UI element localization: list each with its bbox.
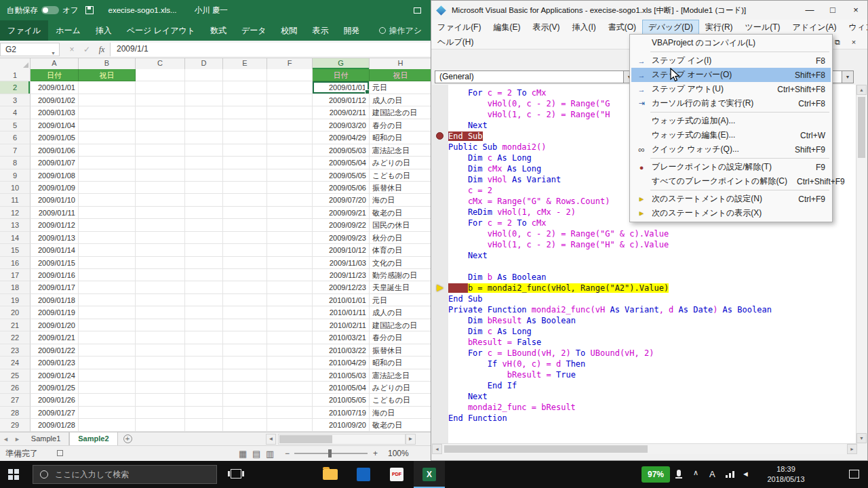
cell-E24[interactable]	[223, 357, 267, 369]
cell-E1[interactable]	[223, 69, 267, 81]
tray-chevron-icon[interactable]: ∧	[693, 468, 698, 477]
cell-A13[interactable]: 2009/01/12	[31, 219, 79, 231]
formula-input[interactable]: 2009/1/1	[110, 43, 431, 56]
cell-H3[interactable]: 成人の日	[370, 94, 431, 106]
cell-H12[interactable]: 敬老の日	[370, 207, 431, 219]
cell-H27[interactable]: こどもの日	[370, 394, 431, 406]
cell-H16[interactable]: 文化の日	[370, 257, 431, 269]
cell-F18[interactable]	[267, 281, 313, 293]
cell-H22[interactable]: 春分の日	[370, 331, 431, 344]
ribbon-tab-表示[interactable]: 表示	[305, 20, 336, 41]
cell-C21[interactable]	[136, 319, 185, 331]
cell-E19[interactable]	[223, 294, 267, 306]
cell-C3[interactable]	[136, 94, 185, 106]
cell-G16[interactable]: 2009/11/03	[313, 257, 370, 269]
cell-B29[interactable]	[79, 419, 136, 431]
row-header-14[interactable]: 14	[0, 232, 31, 244]
menu-item-show-next-statement[interactable]: ►次のステートメントの表示(X)	[631, 206, 831, 220]
network-icon[interactable]	[726, 471, 734, 478]
cell-D18[interactable]	[185, 281, 223, 293]
cell-G9[interactable]: 2009/05/05	[313, 169, 370, 182]
vscroll-thumb[interactable]	[858, 97, 865, 158]
cell-B4[interactable]	[79, 106, 136, 119]
cell-A16[interactable]: 2009/01/15	[31, 257, 79, 269]
cell-B25[interactable]	[79, 369, 136, 382]
cell-C28[interactable]	[136, 407, 185, 419]
cell-A24[interactable]: 2009/01/23	[31, 357, 79, 369]
row-header-3[interactable]: 3	[0, 94, 31, 106]
cell-C9[interactable]	[136, 169, 185, 182]
hscroll-thumb[interactable]	[444, 445, 648, 453]
horizontal-scrollbar-vba[interactable]: ◄ ►	[432, 443, 857, 454]
sheet-tab-Sample1[interactable]: Sample1	[23, 432, 69, 446]
vscroll-down-icon[interactable]: ▼	[856, 433, 867, 443]
cell-A29[interactable]: 2009/01/28	[31, 419, 79, 431]
hscroll-right-icon[interactable]: ►	[406, 434, 416, 445]
cell-B28[interactable]	[79, 407, 136, 419]
ribbon-tab-ファイル[interactable]: ファイル	[0, 20, 48, 41]
cell-E2[interactable]	[223, 81, 267, 94]
cell-C5[interactable]	[136, 119, 185, 131]
hscroll-left-icon[interactable]: ◄	[266, 434, 276, 445]
sheet-tab-Sample2[interactable]: Sample2	[69, 432, 117, 446]
row-header-7[interactable]: 7	[0, 144, 31, 157]
cell-D17[interactable]	[185, 269, 223, 281]
row-header-29[interactable]: 29	[0, 419, 31, 431]
cell-E25[interactable]	[223, 369, 267, 382]
cell-A9[interactable]: 2009/01/08	[31, 169, 79, 182]
row-header-9[interactable]: 9	[0, 169, 31, 182]
cell-E7[interactable]	[223, 144, 267, 157]
cell-G11[interactable]: 2009/07/20	[313, 194, 370, 206]
zoom-level[interactable]: 100%	[388, 446, 409, 461]
zoom-slider-thumb[interactable]	[328, 449, 332, 458]
cell-C13[interactable]	[136, 219, 185, 231]
ribbon-tab-挿入[interactable]: 挿入	[88, 20, 119, 41]
insert-function-button[interactable]: fx	[95, 43, 108, 56]
cell-G3[interactable]: 2009/01/12	[313, 94, 370, 106]
cell-F29[interactable]	[267, 419, 313, 431]
cell-B20[interactable]	[79, 306, 136, 319]
cell-H11[interactable]: 海の日	[370, 194, 431, 206]
sheet-nav-left-icon[interactable]: ◄	[0, 436, 12, 443]
cell-G10[interactable]: 2009/05/06	[313, 182, 370, 194]
cell-H1[interactable]: 祝日	[370, 69, 431, 81]
menu-item-quick-watch[interactable]: ∞クイック ウォッチ(Q)...Shift+F9	[631, 142, 831, 157]
cell-B7[interactable]	[79, 144, 136, 157]
select-all-corner[interactable]	[0, 58, 31, 69]
cell-F6[interactable]	[267, 131, 313, 144]
column-header-F[interactable]: F	[267, 58, 313, 69]
row-header-28[interactable]: 28	[0, 407, 31, 419]
cell-H26[interactable]: みどりの日	[370, 382, 431, 394]
menu-item-step-out[interactable]: →ステップ アウト(U)Ctrl+Shift+F8	[631, 82, 831, 96]
cell-H7[interactable]: 憲法記念日	[370, 144, 431, 157]
menu-item-set-next-statement[interactable]: ►次のステートメントの設定(N)Ctrl+F9	[631, 192, 831, 206]
zoom-out-button[interactable]: −	[285, 446, 290, 461]
cell-G23[interactable]: 2010/03/22	[313, 344, 370, 357]
cell-B16[interactable]	[79, 257, 136, 269]
cell-C16[interactable]	[136, 257, 185, 269]
taskbar-app-excel[interactable]: X	[414, 461, 445, 488]
cell-D13[interactable]	[185, 219, 223, 231]
cell-H20[interactable]: 成人の日	[370, 306, 431, 319]
cell-G18[interactable]: 2009/12/23	[313, 281, 370, 293]
cell-A25[interactable]: 2009/01/24	[31, 369, 79, 382]
cell-D6[interactable]	[185, 131, 223, 144]
cell-H13[interactable]: 国民の休日	[370, 219, 431, 231]
vscroll-up-icon[interactable]: ▲	[856, 85, 867, 95]
cell-G14[interactable]: 2009/09/23	[313, 232, 370, 244]
cell-F1[interactable]	[267, 69, 313, 81]
cell-D23[interactable]	[185, 344, 223, 357]
row-header-13[interactable]: 13	[0, 219, 31, 231]
cell-G24[interactable]: 2010/04/29	[313, 357, 370, 369]
row-header-23[interactable]: 23	[0, 344, 31, 357]
row-header-27[interactable]: 27	[0, 394, 31, 406]
cell-A6[interactable]: 2009/01/05	[31, 131, 79, 144]
cell-H25[interactable]: 憲法記念日	[370, 369, 431, 382]
vba-menu-表示(V)[interactable]: 表示(V)	[526, 20, 566, 35]
volume-icon[interactable]: ◄	[742, 470, 749, 478]
cell-D16[interactable]	[185, 257, 223, 269]
cell-C2[interactable]	[136, 81, 185, 94]
cell-H28[interactable]: 海の日	[370, 407, 431, 419]
cell-B6[interactable]	[79, 131, 136, 144]
row-header-12[interactable]: 12	[0, 207, 31, 219]
